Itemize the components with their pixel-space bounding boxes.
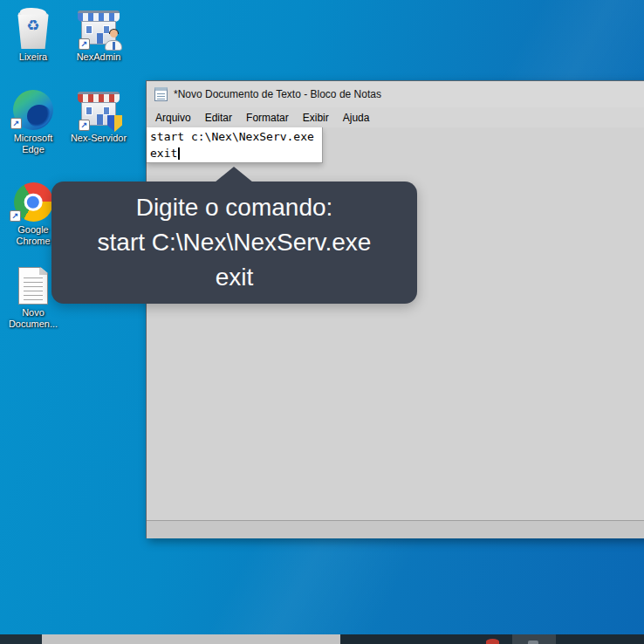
tooltip-arrow-icon: [215, 167, 253, 182]
taskbar[interactable]: [0, 634, 644, 644]
taskbar-button-icon: [528, 641, 538, 644]
store-door-icon: [96, 32, 104, 44]
tooltip-line-3: exit: [216, 260, 254, 295]
store-graphic: [78, 92, 120, 130]
person-head: [110, 30, 118, 38]
edge-logo: [13, 90, 53, 130]
store-graphic: [78, 10, 120, 49]
notepad-window: *Novo Documento de Texto - Bloco de Nota…: [146, 80, 644, 538]
document-graphic: [18, 267, 48, 305]
shortcut-arrow-icon: [10, 118, 22, 129]
desktop-icon-lixeira[interactable]: ♻ Lixeira: [2, 7, 65, 63]
menu-formatar[interactable]: Formatar: [239, 109, 296, 127]
menu-arquivo[interactable]: Arquivo: [148, 109, 198, 127]
shortcut-arrow-icon: [79, 120, 90, 131]
nexadmin-icon: [67, 7, 130, 49]
menu-exibir[interactable]: Exibir: [296, 109, 336, 127]
window-statusbar: [147, 520, 644, 538]
edge-icon: [2, 88, 65, 130]
taskbar-chrome-icon[interactable]: [486, 639, 499, 644]
tutorial-tooltip: Digite o comando: start C:\Nex\NexServ.e…: [51, 182, 417, 304]
shield-icon: [107, 115, 122, 132]
taskbar-button[interactable]: [512, 634, 556, 644]
shortcut-arrow-icon: [10, 210, 21, 222]
taskbar-active-window-button[interactable]: [42, 634, 340, 644]
icon-label: Lixeira: [2, 51, 65, 63]
store-window-icon: [103, 106, 110, 115]
desktop-icon-edge[interactable]: Microsoft Edge: [2, 88, 65, 155]
icon-label: NexAdmin: [67, 51, 130, 63]
recycle-bin-graphic: ♻: [16, 8, 51, 49]
person-icon: [104, 30, 123, 51]
person-tie: [113, 42, 115, 50]
desktop-icon-nexadmin[interactable]: NexAdmin: [67, 7, 130, 63]
store-window-icon: [86, 25, 92, 34]
icon-label: Nex-Servidor: [67, 133, 130, 144]
store-door-icon: [96, 113, 104, 125]
shortcut-arrow-icon: [79, 38, 90, 50]
recycle-bin-icon: ♻: [2, 7, 65, 49]
text-caret: [178, 147, 180, 160]
editor-line-2: exit: [150, 147, 177, 160]
taskbar-start-segment[interactable]: [0, 634, 42, 644]
menu-bar: Arquivo Editar Formatar Exibir Ajuda: [147, 107, 644, 127]
nex-servidor-icon: [67, 88, 130, 130]
tooltip-line-1: Digite o comando:: [136, 190, 333, 225]
notepad-app-icon: [154, 87, 168, 101]
icon-label: Novo Documen...: [2, 307, 65, 330]
editor-line-1: start c:\Nex\NexServ.exe: [150, 130, 314, 143]
store-window-icon: [86, 106, 92, 115]
tooltip-line-2: start C:\Nex\NexServ.exe: [98, 225, 372, 260]
recycle-symbol-icon: ♻: [16, 18, 51, 33]
window-titlebar[interactable]: *Novo Documento de Texto - Bloco de Nota…: [147, 81, 644, 107]
window-title: *Novo Documento de Texto - Bloco de Nota…: [174, 88, 381, 100]
icon-label: Microsoft Edge: [2, 133, 65, 155]
menu-ajuda[interactable]: Ajuda: [336, 109, 377, 127]
editor-highlight-box[interactable]: start c:\Nex\NexServ.exe exit: [147, 127, 323, 163]
desktop-icon-nex-servidor[interactable]: Nex-Servidor: [67, 88, 130, 144]
menu-editar[interactable]: Editar: [198, 109, 239, 127]
